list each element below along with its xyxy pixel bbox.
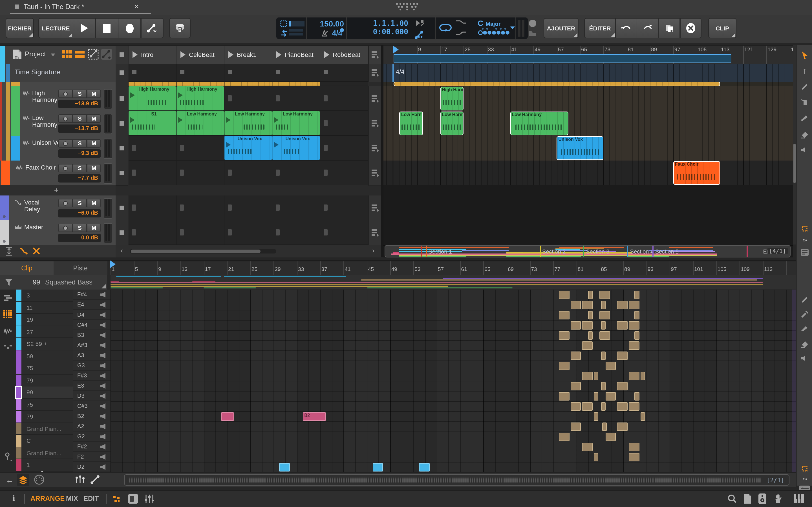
arm-button[interactable] bbox=[58, 164, 73, 172]
arranger-lane[interactable]: 4/4 bbox=[384, 64, 793, 82]
playhead-marker[interactable] bbox=[393, 46, 399, 54]
midi-note[interactable] bbox=[617, 300, 627, 309]
launcher-cell[interactable] bbox=[176, 136, 224, 161]
midi-note[interactable] bbox=[559, 432, 569, 441]
launcher-cell-stop[interactable] bbox=[132, 205, 136, 211]
folder-icon[interactable] bbox=[528, 30, 537, 37]
cpu-meter[interactable] bbox=[280, 19, 305, 37]
editor-audition-icon[interactable] bbox=[800, 354, 809, 363]
launcher-grid-view-icon[interactable] bbox=[62, 50, 72, 59]
track-row-high-harmony[interactable]: High HarmonySM−13.9 dB bbox=[0, 86, 116, 112]
pitch-lane-header[interactable]: F#4 bbox=[73, 290, 110, 300]
info-icon[interactable]: i bbox=[12, 494, 15, 503]
launcher-cell[interactable] bbox=[129, 82, 176, 86]
track-row-faux-choir[interactable]: Faux ChoirSM−7.7 dB bbox=[0, 161, 116, 186]
midi-note[interactable] bbox=[629, 453, 639, 461]
launcher-cell[interactable] bbox=[176, 82, 224, 86]
midi-note[interactable] bbox=[629, 300, 639, 309]
solo-button[interactable]: S bbox=[73, 90, 87, 98]
pencil-tool-icon[interactable] bbox=[800, 82, 809, 91]
midi-note[interactable] bbox=[629, 402, 639, 410]
tempo-value[interactable]: 150.00 bbox=[309, 19, 344, 28]
track-row-low-harmony[interactable]: Low HarmonySM−13.7 dB bbox=[0, 111, 116, 136]
launcher-cell-stop[interactable] bbox=[324, 120, 327, 126]
preview-note-icon[interactable] bbox=[100, 383, 106, 389]
launcher-clip[interactable]: Unison Vox bbox=[224, 136, 272, 160]
mute-button[interactable]: M bbox=[87, 114, 101, 123]
midi-note[interactable] bbox=[600, 331, 610, 339]
clip-partial-gold[interactable] bbox=[176, 82, 224, 86]
follow-selection-icon[interactable] bbox=[19, 247, 28, 255]
pitch-lane-header[interactable]: C#3 bbox=[73, 401, 110, 411]
time-value[interactable]: 0:00.000 bbox=[350, 27, 408, 36]
launcher-cell-stop[interactable] bbox=[276, 170, 280, 176]
launcher-clip[interactable]: Unison Vox bbox=[272, 136, 320, 160]
preview-note-icon[interactable] bbox=[100, 464, 106, 470]
layers-button[interactable] bbox=[17, 474, 29, 486]
duplicate-button[interactable] bbox=[659, 18, 680, 38]
track-row-unison-vox[interactable]: Unison VoxSM−9.3 dB bbox=[0, 136, 116, 161]
scene-alt-cell[interactable] bbox=[368, 111, 382, 136]
expression-pins-icon[interactable] bbox=[75, 475, 86, 485]
audio-overview-strip[interactable]: [2/1] bbox=[124, 474, 790, 486]
panel-layout-icon[interactable] bbox=[128, 494, 138, 504]
loop-icon[interactable] bbox=[439, 22, 452, 33]
midi-note[interactable] bbox=[602, 422, 607, 431]
preview-note-icon[interactable] bbox=[100, 353, 106, 358]
delete-button[interactable] bbox=[680, 18, 702, 38]
launcher-cell[interactable] bbox=[224, 220, 272, 245]
launcher-cell-stop[interactable] bbox=[132, 145, 136, 151]
alt-launch-icon[interactable] bbox=[371, 119, 379, 127]
launcher-cell-stop[interactable] bbox=[132, 170, 136, 176]
launcher-cell[interactable] bbox=[176, 161, 224, 185]
launcher-cell[interactable] bbox=[272, 220, 320, 245]
launcher-cell[interactable] bbox=[129, 220, 176, 245]
midi-note[interactable] bbox=[635, 392, 640, 400]
pitch-lane-header[interactable]: G3 bbox=[73, 360, 110, 371]
launcher-clip[interactable]: Low Harmony bbox=[272, 111, 320, 135]
midi-note[interactable] bbox=[571, 422, 581, 431]
track-row-vocal-delay[interactable]: Vocal DelaySM−6.0 dB bbox=[0, 195, 116, 221]
volume-display[interactable]: −13.7 dB bbox=[58, 124, 101, 133]
launcher-cell[interactable]: Unison Vox bbox=[272, 136, 320, 161]
track-row-time-signature[interactable]: Time Signature bbox=[0, 64, 116, 82]
midi-note[interactable] bbox=[601, 402, 606, 410]
arranger-lane[interactable] bbox=[384, 185, 793, 196]
launcher-cell[interactable] bbox=[224, 161, 272, 185]
midi-note[interactable] bbox=[641, 372, 645, 380]
pitch-lane-header[interactable]: E3 bbox=[73, 381, 110, 391]
launcher-cell-stop[interactable] bbox=[228, 205, 232, 211]
midi-note[interactable] bbox=[617, 321, 627, 329]
midi-note[interactable] bbox=[571, 402, 581, 410]
view-edit[interactable]: EDIT bbox=[84, 495, 99, 503]
editor-ruler[interactable]: 1591317212529333741454953576165697377818… bbox=[110, 262, 796, 276]
preview-note-icon[interactable] bbox=[100, 292, 106, 297]
launcher-cell-stop[interactable] bbox=[132, 229, 136, 235]
alt-launch-icon[interactable] bbox=[371, 95, 379, 103]
automation-select-icon[interactable] bbox=[88, 49, 99, 60]
add-track-row[interactable]: + bbox=[0, 185, 116, 196]
arranger-clip[interactable]: Unison Vox bbox=[557, 136, 603, 160]
launcher-cell[interactable] bbox=[176, 220, 224, 245]
solo-button[interactable]: S bbox=[73, 139, 87, 148]
midi-note[interactable] bbox=[601, 351, 606, 360]
launcher-cell[interactable] bbox=[272, 82, 320, 86]
editor-clip-row[interactable]: 75 bbox=[16, 399, 73, 411]
midi-note[interactable] bbox=[582, 300, 593, 309]
arranger-lane[interactable] bbox=[384, 220, 793, 245]
volume-display[interactable]: −9.3 dB bbox=[58, 149, 101, 158]
midi-note[interactable] bbox=[635, 290, 640, 299]
editor-overview[interactable] bbox=[110, 275, 796, 290]
browser-search-icon[interactable] bbox=[727, 494, 737, 504]
pointer-tool-icon[interactable] bbox=[800, 51, 809, 60]
scene-header-break1[interactable]: Break1 bbox=[224, 46, 272, 64]
edit-menu-button[interactable]: ÉDITER bbox=[584, 18, 616, 38]
mute-button[interactable]: M bbox=[87, 199, 101, 207]
eraser-tool-icon[interactable] bbox=[800, 129, 809, 138]
play-button[interactable] bbox=[73, 18, 96, 38]
midi-note[interactable] bbox=[600, 311, 610, 319]
scene-stop-cell[interactable] bbox=[116, 136, 128, 161]
section-marker-line[interactable] bbox=[421, 245, 422, 257]
clip-play-icon[interactable] bbox=[226, 142, 231, 148]
midi-note[interactable] bbox=[629, 372, 639, 380]
